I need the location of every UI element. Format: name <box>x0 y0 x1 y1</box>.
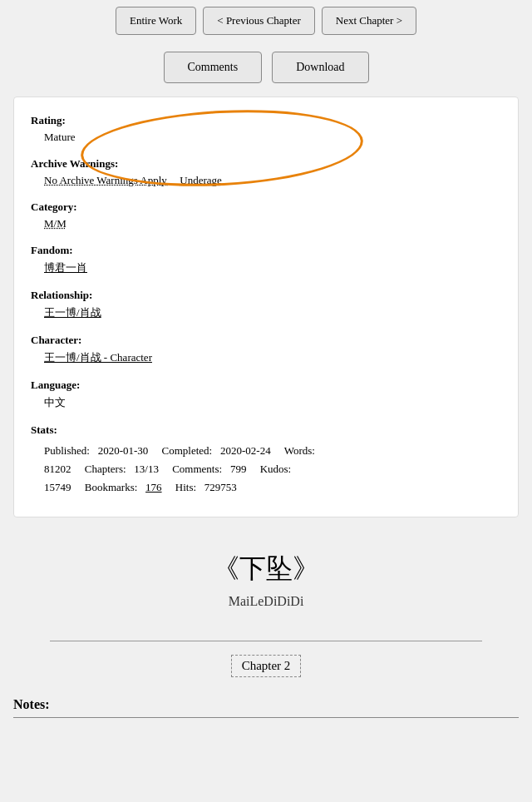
fandom-row: Fandom: 博君一肖 <box>31 244 501 275</box>
hits-label: Hits: <box>175 481 196 493</box>
archive-warnings-label: Archive Warnings: <box>31 157 501 171</box>
notes-section: Notes: <box>0 691 532 731</box>
title-divider <box>50 641 482 641</box>
info-card: Rating: Mature Archive Warnings: No Arch… <box>13 97 519 517</box>
completed-value: 2020-02-24 <box>220 444 271 457</box>
comments-stat-value: 799 <box>230 463 247 475</box>
rating-value: Mature <box>31 131 501 144</box>
character-label: Character: <box>31 334 501 347</box>
category-link[interactable]: M/M <box>44 217 66 230</box>
character-value: 王一博/肖战 - Character <box>31 350 501 365</box>
stats-content: Published: 2020-01-30 Completed: 2020-02… <box>31 442 501 497</box>
relationship-value: 王一博/肖战 <box>31 305 501 320</box>
relationship-row: Relationship: 王一博/肖战 <box>31 289 501 320</box>
language-row: Language: 中文 <box>31 379 501 410</box>
bookmarks-label: Bookmarks: <box>85 481 138 493</box>
title-section: 《下坠》 MaiLeDiDiDi <box>0 534 532 631</box>
work-author[interactable]: MaiLeDiDiDi <box>13 594 519 609</box>
chapters-value: 13/13 <box>134 463 159 475</box>
relationship-link[interactable]: 王一博/肖战 <box>44 306 101 319</box>
action-buttons: Comments Download <box>0 45 532 97</box>
words-value: 81202 <box>44 463 71 475</box>
next-chapter-button[interactable]: Next Chapter > <box>322 7 416 35</box>
stats-section: Stats: Published: 2020-01-30 Completed: … <box>31 423 501 497</box>
notes-label: Notes: <box>13 697 519 718</box>
language-label: Language: <box>31 379 501 392</box>
rating-label: Rating: <box>31 114 501 127</box>
kudos-label: Kudos: <box>260 463 292 475</box>
comments-stat-label: Comments: <box>172 463 222 475</box>
chapters-label: Chapters: <box>85 463 126 475</box>
chapter-link[interactable]: Chapter 2 <box>231 655 302 677</box>
download-button[interactable]: Download <box>272 52 368 83</box>
words-label: Words: <box>284 444 315 457</box>
language-value: 中文 <box>31 395 501 410</box>
character-link[interactable]: 王一博/肖战 - Character <box>44 351 152 364</box>
category-label: Category: <box>31 200 501 214</box>
published-value: 2020-01-30 <box>98 444 149 457</box>
entire-work-button[interactable]: Entire Work <box>116 7 196 35</box>
completed-label: Completed: <box>162 444 213 457</box>
fandom-link[interactable]: 博君一肖 <box>44 261 87 274</box>
archive-warning-1[interactable]: No Archive Warnings Apply, <box>44 174 169 186</box>
hits-value: 729753 <box>204 481 237 493</box>
kudos-value: 15749 <box>44 481 71 493</box>
character-row: Character: 王一博/肖战 - Character <box>31 334 501 365</box>
archive-warning-2[interactable]: Underage <box>180 174 222 186</box>
fandom-label: Fandom: <box>31 244 501 257</box>
top-navigation: Entire Work < Previous Chapter Next Chap… <box>0 0 532 45</box>
archive-warnings-row: Archive Warnings: No Archive Warnings Ap… <box>31 157 501 187</box>
stats-label: Stats: <box>31 423 501 437</box>
bookmarks-value[interactable]: 176 <box>145 481 162 493</box>
category-value: M/M <box>31 217 501 230</box>
chapter-box: Chapter 2 <box>0 655 532 677</box>
comments-button[interactable]: Comments <box>164 52 263 83</box>
archive-warnings-value: No Archive Warnings Apply, Underage <box>31 174 501 187</box>
fandom-value: 博君一肖 <box>31 260 501 275</box>
category-row: Category: M/M <box>31 200 501 230</box>
rating-row: Rating: Mature <box>31 114 501 144</box>
relationship-label: Relationship: <box>31 289 501 302</box>
published-label: Published: <box>44 444 90 457</box>
work-title: 《下坠》 <box>13 551 519 587</box>
previous-chapter-button[interactable]: < Previous Chapter <box>203 7 314 35</box>
